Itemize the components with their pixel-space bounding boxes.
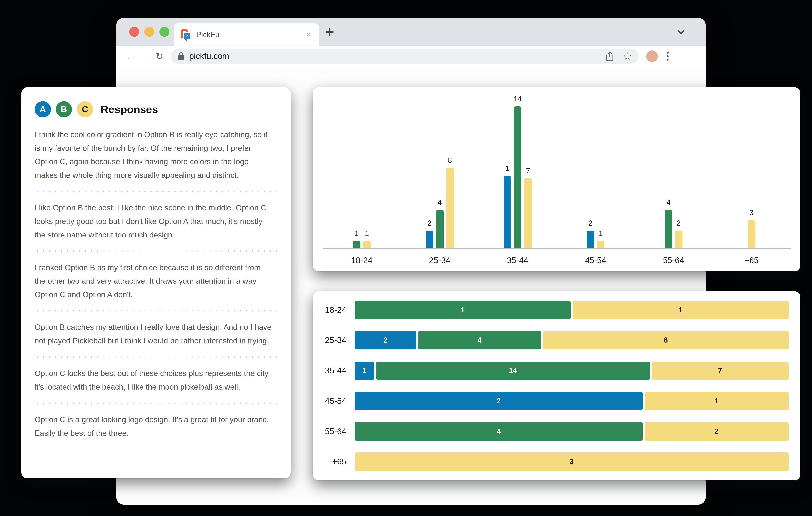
- bar-segment-B-55-64: 4: [355, 422, 643, 440]
- stacked-row-45-54: 45-5421: [323, 392, 788, 410]
- responses-card: A B C Responses I think the cool color g…: [22, 87, 291, 478]
- browser-menu-icon[interactable]: [667, 55, 668, 57]
- row-label: 35-44: [323, 366, 352, 375]
- bar-segment-C-35-44: 7: [652, 362, 788, 380]
- bar-segment-C-55-64: 2: [645, 422, 788, 440]
- bar-C-+65: [748, 220, 755, 248]
- response-text: I ranked Option B as my first choice bec…: [35, 261, 273, 302]
- zoom-window-button[interactable]: [160, 27, 169, 37]
- option-c-badge: C: [77, 101, 93, 117]
- dotted-divider: [35, 191, 277, 192]
- bar-group-25-34: 248: [401, 87, 479, 248]
- grouped-bar-chart: 11248114721423: [323, 87, 790, 249]
- row-bars: 3: [352, 453, 788, 471]
- dotted-divider: [35, 403, 277, 404]
- bookmark-star-icon[interactable]: ☆: [623, 51, 632, 61]
- back-button[interactable]: ←: [124, 51, 138, 62]
- category-label-18-24: 18-24: [323, 256, 401, 265]
- responses-list: I think the cool color gradient in Optio…: [35, 128, 277, 440]
- response-text: Option C is a great looking logo design.…: [35, 413, 273, 440]
- minimize-window-button[interactable]: [144, 27, 154, 37]
- bar-value-label: 4: [667, 198, 670, 207]
- bar-segment-C-45-54: 1: [645, 392, 788, 410]
- chevron-down-icon[interactable]: [677, 27, 685, 35]
- row-label: +65: [323, 457, 352, 466]
- bar-column: 2: [426, 219, 433, 248]
- category-label-25-34: 25-34: [401, 256, 479, 265]
- bar-value-label: 4: [438, 198, 442, 207]
- row-label: 55-64: [323, 427, 352, 436]
- bar-value-label: 3: [750, 209, 753, 217]
- response-text: I like Option B the best, I like the nic…: [35, 201, 273, 242]
- bar-group-35-44: 1147: [478, 87, 557, 248]
- bar-segment-B-25-34: 4: [418, 331, 541, 349]
- stacked-row-55-64: 55-6442: [323, 422, 788, 440]
- bar-value-label: 14: [514, 95, 522, 103]
- tab-strip: ✓ PickFu ✕ +: [116, 18, 705, 46]
- bar-value-label: 2: [677, 219, 680, 227]
- lock-icon: [178, 52, 184, 60]
- row-bars: 21: [352, 392, 788, 410]
- category-label-35-44: 35-44: [478, 256, 557, 265]
- bar-column: 14: [514, 95, 522, 248]
- reload-button[interactable]: ↻: [152, 51, 167, 61]
- bar-group-55-64: 42: [635, 87, 713, 248]
- bar-segment-C-25-34: 8: [543, 331, 788, 349]
- bar-segment-A-45-54: 2: [355, 392, 643, 410]
- stacked-row-+65: +653: [323, 453, 788, 471]
- stacked-chart-axis-line: [354, 299, 354, 472]
- bar-column: 7: [524, 167, 532, 248]
- option-b-badge: B: [56, 101, 72, 117]
- bar-B-25-34: [436, 210, 444, 248]
- bar-column: 1: [363, 229, 371, 248]
- grouped-chart-category-axis: 18-2425-3435-4445-5455-64+65: [323, 256, 790, 265]
- bar-segment-C-18-24: 1: [573, 301, 788, 319]
- bar-column: 1: [353, 229, 360, 248]
- browser-tab-pickfu[interactable]: ✓ PickFu ✕: [174, 24, 319, 46]
- bar-value-label: 1: [599, 229, 603, 238]
- bar-B-55-64: [665, 210, 672, 248]
- option-a-badge: A: [35, 101, 51, 117]
- stacked-bar-chart: 18-241125-3424835-44114745-542155-6442+6…: [323, 297, 788, 475]
- profile-avatar[interactable]: [646, 50, 658, 62]
- grouped-bar-chart-card: 11248114721423 18-2425-3435-4445-5455-64…: [313, 87, 801, 271]
- bar-A-45-54: [587, 231, 594, 248]
- window-controls: [129, 27, 169, 37]
- tab-title: PickFu: [196, 30, 306, 39]
- bar-value-label: 1: [355, 229, 359, 238]
- bar-A-25-34: [426, 231, 433, 248]
- response-text: Option C looks the best out of these cho…: [35, 367, 273, 394]
- share-icon[interactable]: [605, 51, 614, 61]
- bar-segment-B-18-24: 1: [355, 301, 571, 319]
- url-text: pickfu.com: [189, 51, 597, 61]
- stage: ✓ PickFu ✕ + ← → ↻ pickfu.com ☆: [0, 0, 812, 516]
- bar-column: 2: [675, 219, 683, 248]
- response-text: I think the cool color gradient in Optio…: [35, 128, 273, 182]
- stacked-row-18-24: 18-2411: [323, 301, 788, 319]
- bar-column: 1: [597, 229, 604, 248]
- new-tab-button[interactable]: +: [325, 18, 334, 46]
- bar-C-18-24: [363, 241, 371, 248]
- bar-value-label: 2: [428, 219, 432, 227]
- browser-toolbar: ← → ↻ pickfu.com ☆: [116, 46, 705, 66]
- bar-group-45-54: 21: [557, 87, 635, 248]
- responses-header: A B C Responses: [35, 101, 277, 117]
- bar-B-18-24: [353, 241, 360, 248]
- bar-segment-A-35-44: 1: [355, 362, 374, 380]
- bar-value-label: 2: [588, 219, 592, 227]
- stacked-row-25-34: 25-34248: [323, 331, 788, 349]
- stacked-bar-chart-card: 18-241125-3424835-44114745-542155-6442+6…: [313, 291, 801, 480]
- responses-title: Responses: [101, 103, 158, 115]
- row-label: 25-34: [323, 336, 352, 345]
- row-label: 18-24: [323, 305, 352, 315]
- bar-column: 3: [748, 209, 755, 248]
- bar-group-18-24: 11: [323, 87, 401, 248]
- forward-button[interactable]: →: [138, 51, 152, 62]
- bar-C-25-34: [446, 168, 454, 248]
- close-tab-icon[interactable]: ✕: [306, 30, 312, 39]
- bar-column: 1: [503, 164, 511, 248]
- row-bars: 248: [352, 331, 788, 349]
- address-bar[interactable]: pickfu.com ☆: [171, 49, 639, 64]
- close-window-button[interactable]: [129, 27, 139, 37]
- category-label-45-54: 45-54: [557, 256, 635, 265]
